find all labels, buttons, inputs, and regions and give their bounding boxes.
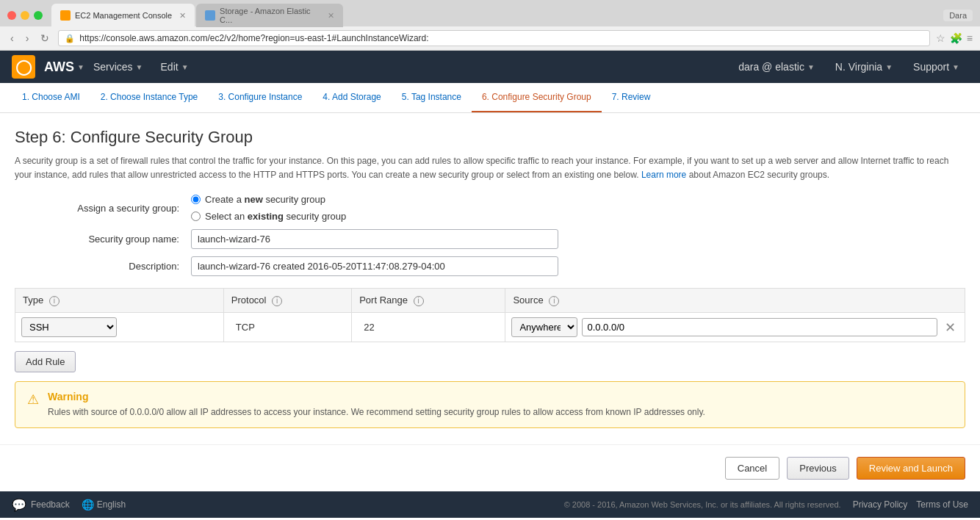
create-new-label[interactable]: Create a new security group — [205, 194, 325, 205]
nav-region-caret: ▼ — [885, 63, 893, 71]
nav-services[interactable]: Services ▼ — [84, 51, 152, 83]
rule-port-cell: 22 — [352, 313, 505, 342]
rule-type-select[interactable]: SSH HTTP HTTPS Custom TCP Rule All Traff… — [21, 317, 117, 337]
assign-sg-row: Assign a security group: Create a new se… — [15, 194, 965, 222]
language-label: English — [97, 499, 126, 510]
sg-name-input[interactable] — [191, 229, 558, 249]
browser-toolbar: ‹ › ↻ 🔒 https://console.aws.amazon.com/e… — [0, 26, 980, 51]
wizard-step-2[interactable]: 2. Choose Instance Type — [90, 83, 209, 112]
tab-storage[interactable]: Storage - Amazon Elastic C... ✕ — [196, 4, 343, 27]
wizard-step-4[interactable]: 4. Add Storage — [312, 83, 391, 112]
source-info-icon[interactable]: i — [549, 296, 559, 306]
warning-text: Rules with source of 0.0.0.0/0 allow all… — [48, 405, 705, 419]
rule-type-cell: SSH HTTP HTTPS Custom TCP Rule All Traff… — [15, 313, 224, 342]
terms-of-use-link[interactable]: Terms of Use — [916, 499, 968, 510]
source-cell-container: Anywhere Custom My IP ✕ — [511, 317, 959, 337]
nav-user[interactable]: dara @ elastic ▼ — [729, 51, 824, 83]
aws-nav-right: dara @ elastic ▼ N. Virginia ▼ Support ▼ — [729, 51, 968, 83]
warning-triangle-icon: ⚠ — [27, 391, 39, 408]
nav-user-caret: ▼ — [807, 63, 815, 71]
select-existing-label[interactable]: Select an existing security group — [205, 211, 346, 222]
sg-description-row: Description: — [15, 256, 965, 276]
nav-support-label: Support — [913, 61, 949, 73]
rules-table-header: Type i Protocol i Port Range i Source i — [15, 289, 965, 313]
refresh-button[interactable]: ↻ — [37, 31, 52, 46]
rule-port-text: 22 — [358, 319, 380, 336]
warning-box: ⚠ Warning Rules with source of 0.0.0.0/0… — [15, 381, 965, 428]
page-desc-part2: about Amazon EC2 security groups. — [689, 170, 829, 180]
main-content: Step 6: Configure Security Group A secur… — [0, 113, 980, 444]
footer-links: Privacy Policy Terms of Use — [853, 499, 968, 510]
col-protocol: Protocol i — [223, 289, 351, 313]
nav-support-caret: ▼ — [952, 63, 959, 71]
wizard-step-5[interactable]: 5. Tag Instance — [392, 83, 472, 112]
col-source: Source i — [505, 289, 965, 313]
wizard-step-1[interactable]: 1. Choose AMI — [12, 83, 90, 112]
aws-logo[interactable]: ◯ — [12, 55, 35, 79]
forward-button[interactable]: › — [23, 31, 32, 46]
globe-icon: 🌐 — [82, 499, 94, 510]
browser-toolbar-icons: ☆ 🧩 ≡ — [936, 32, 973, 44]
nav-edit[interactable]: Edit ▼ — [152, 51, 198, 83]
tab-title-storage: Storage - Amazon Elastic C... — [220, 7, 320, 24]
learn-more-link[interactable]: Learn more — [641, 170, 686, 180]
maximize-button-dot[interactable] — [34, 11, 43, 20]
address-bar[interactable]: 🔒 https://console.aws.amazon.com/ec2/v2/… — [58, 30, 929, 46]
previous-button[interactable]: Previous — [787, 457, 849, 480]
delete-rule-button[interactable]: ✕ — [942, 319, 959, 336]
aws-brand-caret: ▼ — [77, 63, 84, 71]
type-info-icon[interactable]: i — [49, 296, 60, 306]
browser-chrome: EC2 Management Console ✕ Storage - Amazo… — [0, 0, 980, 51]
back-button[interactable]: ‹ — [7, 31, 17, 46]
close-button-dot[interactable] — [7, 11, 16, 20]
assign-sg-label: Assign a security group: — [15, 203, 191, 214]
wizard-step-7[interactable]: 7. Review — [602, 83, 661, 112]
more-icon[interactable]: ≡ — [967, 32, 973, 44]
tab-title-ec2: EC2 Management Console — [75, 11, 172, 20]
footer-actions: Cancel Previous Review and Launch — [0, 444, 980, 491]
window-controls — [7, 11, 43, 20]
aws-navigation: ◯ AWS ▼ Services ▼ Edit ▼ dara @ elastic… — [0, 51, 980, 83]
speech-bubble-icon: 💬 — [12, 498, 26, 512]
col-port-range: Port Range i — [352, 289, 505, 313]
review-launch-button[interactable]: Review and Launch — [857, 457, 965, 480]
cancel-button[interactable]: Cancel — [725, 457, 779, 480]
sg-name-row: Security group name: — [15, 229, 965, 249]
wizard-step-3[interactable]: 3. Configure Instance — [208, 83, 312, 112]
rules-table: Type i Protocol i Port Range i Source i — [15, 288, 965, 342]
rule-protocol-text: TCP — [230, 319, 261, 336]
nav-region[interactable]: N. Virginia ▼ — [826, 51, 901, 83]
language-selector[interactable]: 🌐 English — [82, 499, 126, 510]
nav-support[interactable]: Support ▼ — [904, 51, 968, 83]
sg-description-input[interactable] — [191, 256, 558, 276]
extension-icon[interactable]: 🧩 — [950, 32, 962, 44]
port-info-icon[interactable]: i — [414, 296, 424, 306]
select-existing-radio[interactable] — [191, 212, 201, 221]
page-title: Step 6: Configure Security Group — [15, 128, 965, 147]
tab-close-ec2[interactable]: ✕ — [179, 11, 186, 21]
wizard-step-6[interactable]: 6. Configure Security Group — [472, 83, 602, 112]
nav-services-caret: ▼ — [136, 63, 143, 71]
page-description: A security group is a set of firewall ru… — [15, 154, 965, 182]
rule-protocol-cell: TCP — [223, 313, 351, 342]
add-rule-button[interactable]: Add Rule — [15, 351, 76, 372]
star-icon[interactable]: ☆ — [936, 32, 945, 44]
tab-favicon-ec2 — [60, 10, 71, 21]
copyright-text: © 2008 - 2016, Amazon Web Services, Inc.… — [564, 500, 841, 509]
tab-close-storage[interactable]: ✕ — [328, 11, 334, 21]
privacy-policy-link[interactable]: Privacy Policy — [853, 499, 908, 510]
select-existing-radio-row: Select an existing security group — [191, 211, 346, 222]
nav-user-label: dara @ elastic — [738, 61, 804, 73]
create-new-radio-row: Create a new security group — [191, 194, 346, 205]
browser-titlebar: EC2 Management Console ✕ Storage - Amazo… — [0, 0, 980, 26]
sg-name-label: Security group name: — [15, 234, 191, 245]
browser-user: Dara — [943, 10, 973, 21]
source-value-input[interactable] — [582, 318, 937, 336]
warning-content: Warning Rules with source of 0.0.0.0/0 a… — [48, 391, 705, 419]
create-new-radio[interactable] — [191, 195, 201, 204]
source-type-select[interactable]: Anywhere Custom My IP — [511, 317, 577, 337]
tab-ec2[interactable]: EC2 Management Console ✕ — [51, 4, 195, 27]
minimize-button-dot[interactable] — [21, 11, 29, 20]
feedback-link[interactable]: 💬 Feedback — [12, 498, 70, 512]
protocol-info-icon[interactable]: i — [272, 296, 282, 306]
